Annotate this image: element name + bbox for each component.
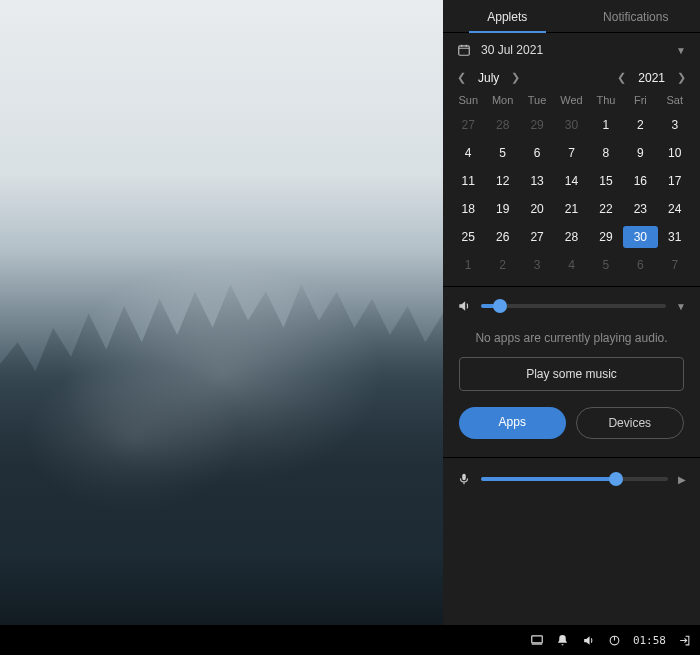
dow-label: Mon [485, 94, 519, 108]
speaker-icon[interactable] [457, 299, 471, 313]
calendar-day[interactable]: 5 [589, 254, 623, 276]
prev-year-button[interactable]: ❮ [613, 69, 630, 86]
dow-label: Wed [554, 94, 588, 108]
calendar-day[interactable]: 13 [520, 170, 554, 192]
calendar-day[interactable]: 19 [485, 198, 519, 220]
calendar-day[interactable]: 7 [658, 254, 692, 276]
calendar-day[interactable]: 5 [485, 142, 519, 164]
mic-slider[interactable] [481, 477, 668, 481]
svg-rect-0 [459, 46, 470, 55]
applet-panel: Applets Notifications 30 Jul 2021 ▼ ❮ Ju… [443, 0, 700, 625]
calendar-day[interactable]: 3 [520, 254, 554, 276]
calendar-day[interactable]: 11 [451, 170, 485, 192]
calendar-day[interactable]: 1 [589, 114, 623, 136]
calendar-day[interactable]: 4 [554, 254, 588, 276]
calendar-day[interactable]: 3 [658, 114, 692, 136]
dow-label: Thu [589, 94, 623, 108]
calendar-day[interactable]: 23 [623, 198, 657, 220]
svg-rect-1 [462, 474, 466, 480]
calendar-day[interactable]: 8 [589, 142, 623, 164]
year-label: 2021 [638, 71, 665, 85]
calendar-day[interactable]: 9 [623, 142, 657, 164]
devices-tab-button[interactable]: Devices [576, 407, 685, 439]
month-label: July [478, 71, 499, 85]
calendar-day[interactable]: 25 [451, 226, 485, 248]
tray-session-icon[interactable] [676, 632, 692, 648]
calendar-day[interactable]: 4 [451, 142, 485, 164]
dow-label: Sun [451, 94, 485, 108]
calendar-day[interactable]: 29 [589, 226, 623, 248]
calendar-day[interactable]: 10 [658, 142, 692, 164]
audio-section: ▼ No apps are currently playing audio. P… [443, 286, 700, 457]
tab-applets[interactable]: Applets [443, 0, 572, 32]
calendar-day[interactable]: 7 [554, 142, 588, 164]
apps-tab-button[interactable]: Apps [459, 407, 566, 439]
calendar-day[interactable]: 6 [520, 142, 554, 164]
calendar-day[interactable]: 28 [485, 114, 519, 136]
taskbar: 01:58 [0, 625, 700, 655]
calendar-day[interactable]: 24 [658, 198, 692, 220]
calendar-day[interactable]: 27 [451, 114, 485, 136]
tray-volume-icon[interactable] [581, 632, 597, 648]
calendar-day[interactable]: 2 [623, 114, 657, 136]
date-display: 30 Jul 2021 [481, 43, 543, 57]
prev-month-button[interactable]: ❮ [453, 69, 470, 86]
mic-section: ▶ [443, 457, 700, 498]
calendar-day[interactable]: 26 [485, 226, 519, 248]
calendar-day[interactable]: 29 [520, 114, 554, 136]
tray-display-icon[interactable] [529, 632, 545, 648]
calendar-day[interactable]: 28 [554, 226, 588, 248]
calendar-day[interactable]: 18 [451, 198, 485, 220]
calendar-day[interactable]: 17 [658, 170, 692, 192]
tray-power-icon[interactable] [607, 632, 623, 648]
next-month-button[interactable]: ❯ [507, 69, 524, 86]
mic-expand-icon[interactable]: ▶ [678, 474, 686, 485]
calendar-day[interactable]: 15 [589, 170, 623, 192]
play-music-button[interactable]: Play some music [459, 357, 684, 391]
dow-label: Sat [658, 94, 692, 108]
calendar-grid: SunMonTueWedThuFriSat2728293012345678910… [451, 94, 692, 276]
calendar-day[interactable]: 22 [589, 198, 623, 220]
calendar-day[interactable]: 6 [623, 254, 657, 276]
calendar-day[interactable]: 1 [451, 254, 485, 276]
no-apps-message: No apps are currently playing audio. [457, 313, 686, 357]
taskbar-clock[interactable]: 01:58 [633, 634, 666, 647]
calendar-day[interactable]: 14 [554, 170, 588, 192]
dropdown-icon[interactable]: ▼ [676, 45, 686, 56]
calendar-day[interactable]: 20 [520, 198, 554, 220]
desktop-wallpaper[interactable] [0, 0, 443, 625]
calendar-day[interactable]: 2 [485, 254, 519, 276]
calendar-day[interactable]: 21 [554, 198, 588, 220]
calendar-day[interactable]: 12 [485, 170, 519, 192]
calendar-icon [457, 43, 471, 57]
calendar-day[interactable]: 16 [623, 170, 657, 192]
dow-label: Fri [623, 94, 657, 108]
svg-rect-2 [532, 636, 543, 643]
panel-tabs: Applets Notifications [443, 0, 700, 33]
calendar-day[interactable]: 27 [520, 226, 554, 248]
microphone-icon[interactable] [457, 472, 471, 486]
calendar-day[interactable]: 30 [554, 114, 588, 136]
next-year-button[interactable]: ❯ [673, 69, 690, 86]
calendar-day[interactable]: 31 [658, 226, 692, 248]
date-header[interactable]: 30 Jul 2021 ▼ [443, 33, 700, 63]
volume-slider[interactable] [481, 304, 666, 308]
calendar-widget: ❮ July ❯ ❮ 2021 ❯ SunMonTueWedThuFriSat2… [443, 63, 700, 286]
tray-notification-icon[interactable] [555, 632, 571, 648]
dow-label: Tue [520, 94, 554, 108]
tab-notifications[interactable]: Notifications [572, 0, 701, 32]
volume-dropdown-icon[interactable]: ▼ [676, 301, 686, 312]
calendar-day[interactable]: 30 [623, 226, 657, 248]
